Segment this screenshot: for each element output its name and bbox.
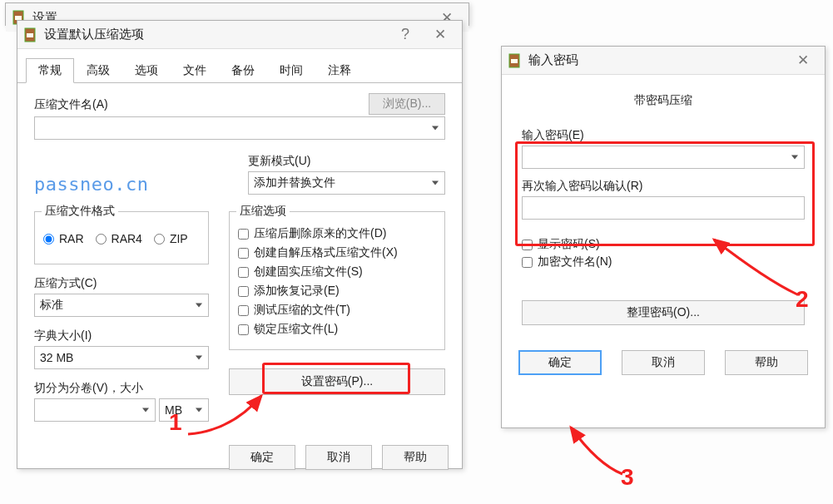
close-icon-2[interactable]: ✕: [788, 52, 818, 70]
svg-rect-3: [27, 33, 33, 37]
format-group-label: 压缩文件格式: [42, 204, 118, 219]
format-rar4[interactable]: RAR4: [96, 232, 142, 245]
dialog1-footer: 确定 取消 帮助: [17, 435, 462, 480]
dialog1-title: 设置默认压缩选项: [44, 27, 385, 42]
split-label: 切分为分卷(V)，大小: [34, 381, 209, 396]
password-area: 输入密码(E) 再次输入密码以确认(R): [522, 128, 805, 220]
options-group-label: 压缩选项: [236, 204, 290, 219]
tab-advanced[interactable]: 高级: [74, 58, 122, 83]
annotation-num-3: 3: [621, 464, 634, 491]
help-button-2[interactable]: 帮助: [725, 350, 808, 375]
tab-options[interactable]: 选项: [122, 58, 171, 83]
opt-lock[interactable]: 锁定压缩文件(L): [238, 322, 436, 337]
dialog2-subtitle: 带密码压缩: [522, 93, 805, 108]
options-group: 压缩选项 压缩后删除原来的文件(D) 创建自解压格式压缩文件(X) 创建固实压缩…: [229, 211, 445, 350]
ok-button-1[interactable]: 确定: [229, 445, 295, 470]
set-password-button[interactable]: 设置密码(P)...: [229, 368, 445, 395]
split-unit-combo[interactable]: MB: [159, 398, 209, 422]
tab-time[interactable]: 时间: [267, 58, 315, 83]
tab-comment[interactable]: 注释: [315, 58, 364, 83]
tab-general[interactable]: 常规: [26, 58, 74, 83]
close-icon[interactable]: ✕: [425, 26, 455, 44]
archive-name-input[interactable]: [34, 116, 445, 140]
dialog-enter-password: 输入密码 ✕ 带密码压缩 输入密码(E) 再次输入密码以确认(R) 显示密码(S…: [501, 46, 826, 428]
organize-passwords-button[interactable]: 整理密码(O)...: [522, 300, 805, 325]
app-icon: [508, 53, 523, 68]
dict-label: 字典大小(I): [34, 329, 209, 343]
opt-solid[interactable]: 创建固实压缩文件(S): [238, 264, 436, 279]
ok-button-2[interactable]: 确定: [518, 350, 602, 375]
tab-files[interactable]: 文件: [171, 58, 219, 83]
method-label: 压缩方式(C): [34, 276, 209, 291]
browse-button[interactable]: 浏览(B)...: [369, 93, 445, 115]
opt-delete-after[interactable]: 压缩后删除原来的文件(D): [238, 226, 436, 241]
app-icon: [24, 27, 39, 42]
svg-rect-5: [511, 59, 518, 63]
encrypt-names-check[interactable]: 加密文件名(N): [522, 254, 805, 269]
reenter-pw-input[interactable]: [522, 196, 805, 220]
tab-backup[interactable]: 备份: [219, 58, 267, 83]
archive-name-label: 压缩文件名(A): [34, 97, 364, 112]
dialog-compress-defaults: 设置默认压缩选项 ? ✕ 常规 高级 选项 文件 备份 时间 注释 压缩文件名(…: [17, 20, 463, 469]
format-group: 压缩文件格式 RAR RAR4 ZIP: [34, 211, 209, 264]
dialog2-title: 输入密码: [528, 52, 783, 68]
help-button-1[interactable]: 帮助: [382, 445, 449, 470]
show-password-check[interactable]: 显示密码(S): [522, 237, 805, 252]
opt-sfx[interactable]: 创建自解压格式压缩文件(X): [238, 245, 436, 260]
cancel-button-2[interactable]: 取消: [622, 350, 705, 375]
format-zip[interactable]: ZIP: [154, 232, 188, 245]
tabs: 常规 高级 选项 文件 备份 时间 注释: [17, 49, 462, 83]
enter-pw-input[interactable]: [522, 146, 805, 169]
method-combo[interactable]: 标准: [34, 294, 209, 317]
opt-recovery[interactable]: 添加恢复记录(E): [238, 284, 436, 299]
annotation-arrow-3: [564, 422, 639, 481]
dict-combo[interactable]: 32 MB: [34, 346, 209, 369]
update-mode-combo[interactable]: 添加并替换文件: [248, 171, 445, 195]
split-value-combo[interactable]: [34, 398, 156, 422]
enter-pw-label: 输入密码(E): [522, 128, 805, 143]
reenter-pw-label: 再次输入密码以确认(R): [522, 179, 805, 194]
update-mode-label: 更新模式(U): [248, 154, 445, 169]
cancel-button-1[interactable]: 取消: [305, 445, 372, 470]
help-icon[interactable]: ?: [390, 26, 420, 44]
opt-test[interactable]: 测试压缩的文件(T): [238, 303, 436, 318]
watermark-text: passneo.cn: [34, 174, 148, 195]
format-rar[interactable]: RAR: [43, 232, 84, 245]
